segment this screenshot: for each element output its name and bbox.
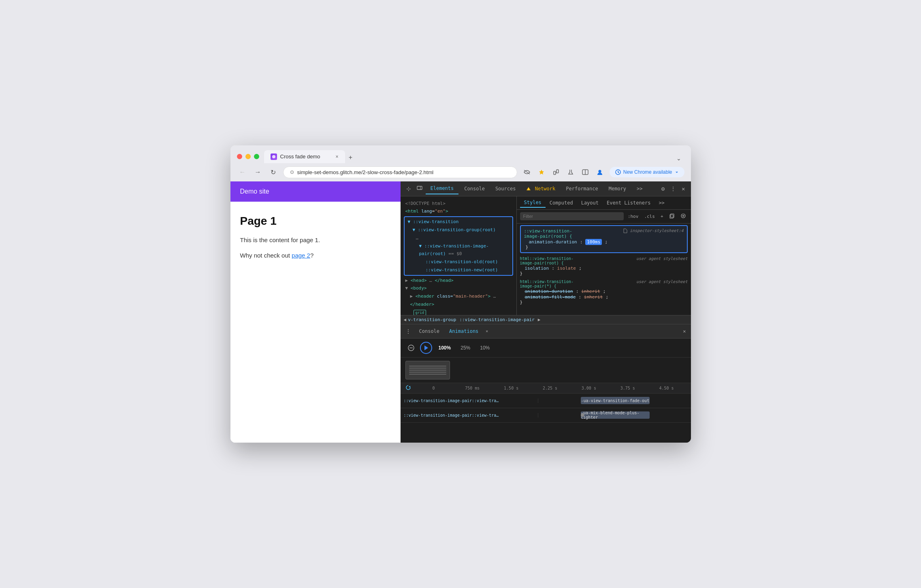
breadcrumb-arrow-right[interactable]: ▶ xyxy=(538,317,541,322)
bookmark-star-icon[interactable] xyxy=(536,166,547,178)
animation-track-box xyxy=(405,361,450,379)
devtools-responsive-icon[interactable] xyxy=(414,183,425,194)
view-transition-new-line[interactable]: ::view-transition-new(root) xyxy=(406,266,511,274)
breadcrumb-image-pair[interactable]: ::view-transition-image-pair xyxy=(459,317,534,322)
styles-content: ::view-transition-image-pair(root) { ins… xyxy=(517,224,691,315)
tab-bar: Cross fade demo × + ⌄ xyxy=(264,150,684,163)
anim-row-2-label: ::view-transition-image-pair::view-tra… xyxy=(401,413,538,418)
highlighted-selector: ::view-transition-image-pair(root) { xyxy=(524,228,572,239)
styles-tabs: Styles Computed Layout Event Listeners >… xyxy=(517,196,691,210)
filter-copy-icon[interactable] xyxy=(667,212,676,221)
tab-memory[interactable]: Memory xyxy=(604,183,631,194)
refresh-button[interactable]: ↻ xyxy=(268,166,279,178)
back-button[interactable]: ← xyxy=(237,166,248,178)
rule2-selector: html::view-transition-image-pair(*) { xyxy=(520,279,573,288)
forward-button[interactable]: → xyxy=(252,166,264,178)
site-body: Page 1 This is the content for page 1. W… xyxy=(230,202,401,280)
svg-marker-20 xyxy=(409,386,410,388)
speed-10-button[interactable]: 10% xyxy=(477,343,493,352)
chrome-update-label: New Chrome available xyxy=(623,169,672,175)
animation-panel-close-button[interactable]: ✕ xyxy=(683,328,686,334)
devtools-settings-icon[interactable]: ⚙ xyxy=(659,184,667,194)
tab-menu-button[interactable]: ⌄ xyxy=(673,153,684,163)
anim-row-1-label: ::view-transition-image-pair::view-tra… xyxy=(401,398,538,403)
speed-100-button[interactable]: 100% xyxy=(435,343,454,352)
animation-more-icon[interactable]: ⋮ xyxy=(405,328,411,334)
anim-tab-close-icon[interactable]: ✕ xyxy=(486,329,488,333)
head-line[interactable]: ▶ <head> … </head> xyxy=(404,277,513,285)
animation-panel-header: ⋮ Console Animations ✕ ✕ xyxy=(401,324,691,339)
animation-play-button[interactable] xyxy=(420,342,432,354)
elements-panel: <!DOCTYPE html> <html lang="en"> ▼ ::vie… xyxy=(401,196,517,315)
filter-add-button[interactable]: + xyxy=(659,213,665,220)
extension-icon[interactable] xyxy=(550,166,562,178)
filter-cls-button[interactable]: .cls xyxy=(642,213,657,220)
rule2-prop1: animation-duration xyxy=(525,289,573,294)
filter-hov-button[interactable]: :hov xyxy=(626,213,640,220)
view-transition-image-pair-line[interactable]: ▼ ::view-transition-image-pair(root) == … xyxy=(406,242,511,258)
new-tab-button[interactable]: + xyxy=(345,152,356,163)
page2-link[interactable]: page 2 xyxy=(292,252,310,259)
tick-450s: 4.50 s xyxy=(647,386,686,390)
chrome-update-button[interactable]: New Chrome available xyxy=(610,167,684,177)
eye-slash-icon[interactable] xyxy=(521,166,533,178)
tab-layout[interactable]: Layout xyxy=(577,198,603,207)
anim-row-2-bar: -ua-mix-blend-mode-plus-lighter xyxy=(538,408,691,422)
body-open-line[interactable]: ▼ <body> xyxy=(404,284,513,292)
highlighted-elements-box: ▼ ::view-transition ▼ ::view-transition-… xyxy=(404,216,513,276)
url-bar[interactable]: ⊙ simple-set-demos.glitch.me/2-slow-cros… xyxy=(283,166,517,178)
timeline-reset-button[interactable] xyxy=(405,385,411,392)
site-content-line1: This is the content for page 1. xyxy=(240,236,391,245)
tab-elements[interactable]: Elements xyxy=(426,183,459,194)
ellipsis-line: … xyxy=(406,234,511,242)
animation-duration-value[interactable]: 100ms xyxy=(585,239,602,245)
devtools-select-icon[interactable]: ⊹ xyxy=(404,184,414,194)
tick-750ms: 750 ms xyxy=(453,386,492,390)
tab-computed[interactable]: Computed xyxy=(546,198,577,207)
styles-filter-row: :hov .cls + xyxy=(517,210,691,224)
close-window-button[interactable] xyxy=(237,154,242,159)
tab-event-listeners[interactable]: Event Listeners xyxy=(603,198,655,207)
devtools-more-icon[interactable]: ⋮ xyxy=(668,184,678,194)
svg-rect-2 xyxy=(554,171,556,175)
tab-more-styles[interactable]: >> xyxy=(655,198,668,207)
tab-close-button[interactable]: × xyxy=(335,154,338,160)
view-transition-old-line[interactable]: ::view-transition-old(root) xyxy=(406,258,511,266)
maximize-window-button[interactable] xyxy=(254,154,259,159)
breadcrumb-arrow-left[interactable]: ◀ xyxy=(404,317,407,322)
rule2-body2: animation-fill-mode : inherit ; xyxy=(520,294,688,300)
minimize-window-button[interactable] xyxy=(245,154,251,159)
view-transition-group-line[interactable]: ▼ ::view-transition-group(root) xyxy=(406,226,511,234)
site-security-icon: ⊙ xyxy=(290,169,294,175)
tab-console[interactable]: Console xyxy=(459,183,490,194)
filter-inspect-icon[interactable] xyxy=(679,212,688,221)
timeline-markers: 0 750 ms 1.50 s 2.25 s 3.00 s 3.75 s 4.5… xyxy=(414,386,686,390)
breadcrumb-v-transition-group[interactable]: v-transition-group xyxy=(408,317,456,322)
animation-clear-button[interactable] xyxy=(405,342,417,354)
site-page-title: Page 1 xyxy=(240,215,391,228)
anim-tab-animations[interactable]: Animations xyxy=(446,327,482,336)
styles-filter-input[interactable] xyxy=(520,212,624,220)
anim-bar-1-label: -ua-view-transition-fade-out xyxy=(581,398,650,403)
grid-badge[interactable]: grid xyxy=(404,309,513,315)
active-tab[interactable]: Cross fade demo × xyxy=(264,150,345,163)
tab-styles[interactable]: Styles xyxy=(520,198,546,208)
site-header: Demo site xyxy=(230,181,401,202)
labs-icon[interactable] xyxy=(565,166,576,178)
svg-point-6 xyxy=(598,170,601,173)
header-line[interactable]: ▶ <header class="main-header"> … </heade… xyxy=(404,292,513,309)
tick-0: 0 xyxy=(414,386,453,390)
svg-rect-13 xyxy=(671,214,674,217)
tab-performance[interactable]: Performance xyxy=(561,183,603,194)
tab-network[interactable]: ! Network xyxy=(521,183,560,194)
profile-icon[interactable] xyxy=(594,166,605,178)
devtools-header: ⊹ Elements Console Sources ! Network Per… xyxy=(401,181,691,196)
view-transition-line[interactable]: ▼ ::view-transition xyxy=(406,218,511,226)
timeline-scrubber[interactable] xyxy=(581,413,584,417)
speed-25-button[interactable]: 25% xyxy=(457,343,473,352)
split-screen-icon[interactable] xyxy=(580,166,591,178)
anim-tab-console[interactable]: Console xyxy=(416,327,443,336)
tab-sources[interactable]: Sources xyxy=(490,183,521,194)
devtools-close-icon[interactable]: ✕ xyxy=(679,184,687,194)
tab-more[interactable]: >> xyxy=(632,183,647,194)
